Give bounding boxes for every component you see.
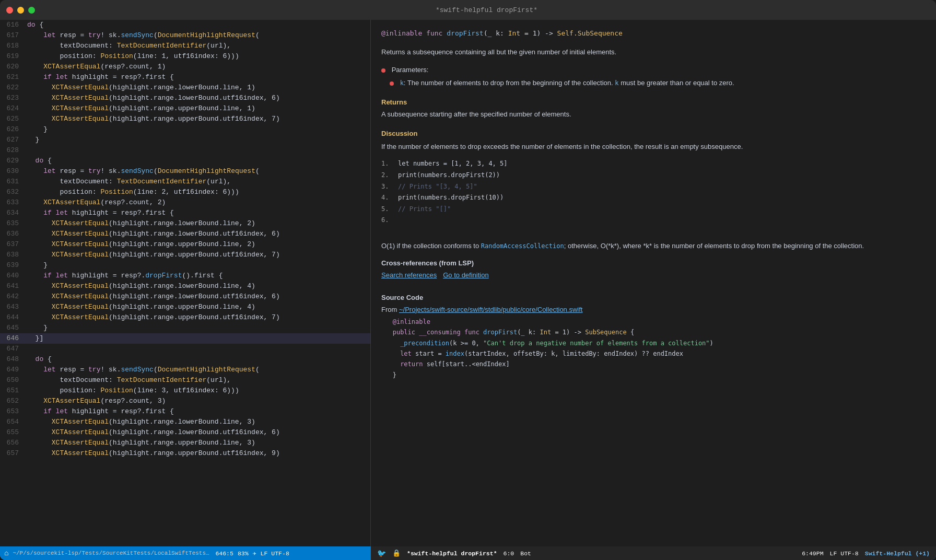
mode-indicator: Bot [520, 550, 531, 557]
code-line: 636 XCTAssertEqual(highlight.range.lower… [0, 229, 370, 239]
code-line: 625 XCTAssertEqual(highlight.range.upper… [0, 114, 370, 124]
bottom-bar: ⌂ ~/P/s/sourcekit-lsp/Tests/SourceKitTes… [0, 546, 936, 560]
line-number: 622 [0, 83, 25, 93]
line-number: 649 [0, 365, 25, 375]
line-number: 644 [0, 312, 25, 323]
line-number: 634 [0, 208, 25, 218]
code-line: 623 XCTAssertEqual(highlight.range.lower… [0, 93, 370, 103]
line-content: do { [25, 20, 370, 30]
maximize-button[interactable] [28, 7, 35, 14]
line-content: do { [25, 156, 370, 166]
example-line: 4.print(numbers.dropFirst(10)) [381, 192, 926, 204]
source-line: } [381, 370, 926, 380]
line-content: do { [25, 354, 370, 365]
line-content: XCTAssertEqual(highlight.range.upperBoun… [25, 438, 370, 448]
example-line: 6. [381, 215, 926, 226]
line-number: 650 [0, 375, 25, 386]
line-content: XCTAssertEqual(highlight.range.lowerBoun… [25, 229, 370, 239]
cross-ref-links: Search references Go to definition [381, 271, 926, 279]
line-content: XCTAssertEqual(highlight.range.lowerBoun… [25, 93, 370, 103]
code-line: 622 XCTAssertEqual(highlight.range.lower… [0, 83, 370, 93]
code-line: 626 } [0, 124, 370, 135]
line-content: position: Position(line: 1, utf16index: … [25, 51, 370, 62]
line-content: if let highlight = resp?.first { [25, 406, 370, 417]
line-content: let resp = try! sk.sendSync(DocumentHigh… [25, 30, 370, 41]
source-line: public __consuming func dropFirst(_ k: I… [381, 327, 926, 337]
code-line: 640 if let highlight = resp?.dropFirst()… [0, 271, 370, 281]
code-line: 657 XCTAssertEqual(highlight.range.upper… [0, 448, 370, 459]
example-line-code: // Prints "[]" [398, 204, 451, 215]
source-file-link[interactable]: ~/Projects/swift-source/swift/stdlib/pub… [399, 306, 582, 313]
line-number: 638 [0, 250, 25, 260]
line-number: 627 [0, 135, 25, 145]
code-line: 649 let resp = try! sk.sendSync(Document… [0, 365, 370, 375]
search-references-link[interactable]: Search references [381, 271, 437, 279]
line-number: 656 [0, 438, 25, 448]
line-content: } [25, 260, 370, 271]
line-number: 619 [0, 51, 25, 62]
example-line-code: print(numbers.dropFirst(2)) [398, 170, 500, 181]
line-number: 655 [0, 427, 25, 438]
code-line: 620 XCTAssertEqual(resp?.count, 1) [0, 62, 370, 72]
line-content: } [25, 135, 370, 145]
example-line-num: 5. [381, 204, 390, 215]
example-line-code: // Prints "[3, 4, 5]" [398, 181, 477, 193]
code-line: 619 position: Position(line: 1, utf16ind… [0, 51, 370, 62]
left-encoding: LF UTF-8 [261, 550, 289, 557]
line-number: 616 [0, 20, 25, 30]
code-panel[interactable]: 616do {617 let resp = try! sk.sendSync(D… [0, 20, 371, 546]
line-content: let resp = try! sk.sendSync(DocumentHigh… [25, 365, 370, 375]
line-content [25, 145, 370, 156]
bullet-inner-icon [390, 81, 394, 86]
window: *swift-helpful dropFirst* 616do {617 let… [0, 0, 936, 560]
line-number: 628 [0, 145, 25, 156]
line-number: 632 [0, 187, 25, 197]
code-line: 648 do { [0, 354, 370, 365]
line-number: 643 [0, 302, 25, 312]
line-number: 623 [0, 93, 25, 103]
example-line-num: 2. [381, 170, 390, 181]
line-content: position: Position(line: 2, utf16index: … [25, 187, 370, 197]
line-number: 639 [0, 260, 25, 271]
code-line: 654 XCTAssertEqual(highlight.range.lower… [0, 417, 370, 427]
line-content: } [25, 124, 370, 135]
main-content: 616do {617 let resp = try! sk.sendSync(D… [0, 20, 936, 546]
line-number: 648 [0, 354, 25, 365]
goto-definition-link[interactable]: Go to definition [443, 271, 488, 279]
code-line: 650 textDocument: TextDocumentIdentifier… [0, 375, 370, 386]
doc-signature: @inlinable func dropFirst(_ k: Int = 1) … [381, 28, 926, 39]
doc-params: Parameters: k: The number of elements to… [381, 65, 926, 91]
plugin-name: Swift-Helpful (+1) [865, 550, 930, 557]
line-content: }] [25, 333, 370, 344]
minimize-button[interactable] [17, 7, 24, 14]
source-line: let start = index(startIndex, offsetBy: … [381, 348, 926, 359]
source-line: @inlinable [381, 317, 926, 327]
line-content: XCTAssertEqual(highlight.range.lowerBoun… [25, 83, 370, 93]
line-content: XCTAssertEqual(highlight.range.lowerBoun… [25, 281, 370, 291]
status-bar-right: 🐦 🔒 *swift-helpful dropFirst* 6:0 Bot 6:… [371, 546, 936, 560]
line-content: if let highlight = resp?.dropFirst().fir… [25, 271, 370, 281]
bullet-icon [381, 68, 385, 73]
code-line: 651 position: Position(line: 3, utf16ind… [0, 386, 370, 396]
code-content: 616do {617 let resp = try! sk.sendSync(D… [0, 20, 370, 546]
returns-header: Returns [381, 98, 926, 106]
line-number: 631 [0, 177, 25, 187]
discussion-header: Discussion [381, 130, 926, 137]
cursor-pos-right: 6:0 [504, 550, 514, 557]
code-line: 642 XCTAssertEqual(highlight.range.lower… [0, 291, 370, 302]
code-line: 647 [0, 344, 370, 354]
line-content: if let highlight = resp?.first { [25, 208, 370, 218]
line-content: position: Position(line: 3, utf16index: … [25, 386, 370, 396]
returns-text: A subsequence starting after the specifi… [381, 109, 926, 120]
plane-icon: ✈ [253, 550, 256, 557]
code-line: 628 [0, 145, 370, 156]
source-line: return self[start..<endIndex] [381, 359, 926, 369]
discussion-text: If the number of elements to drop exceed… [381, 142, 926, 153]
line-number: 633 [0, 197, 25, 208]
close-button[interactable] [6, 7, 13, 14]
source-from-line: From ~/Projects/swift-source/swift/stdli… [381, 306, 926, 313]
code-line: 653 if let highlight = resp?.first { [0, 406, 370, 417]
line-content: XCTAssertEqual(highlight.range.lowerBoun… [25, 218, 370, 229]
doc-panel[interactable]: @inlinable func dropFirst(_ k: Int = 1) … [371, 20, 936, 546]
example-line: 3.// Prints "[3, 4, 5]" [381, 181, 926, 193]
